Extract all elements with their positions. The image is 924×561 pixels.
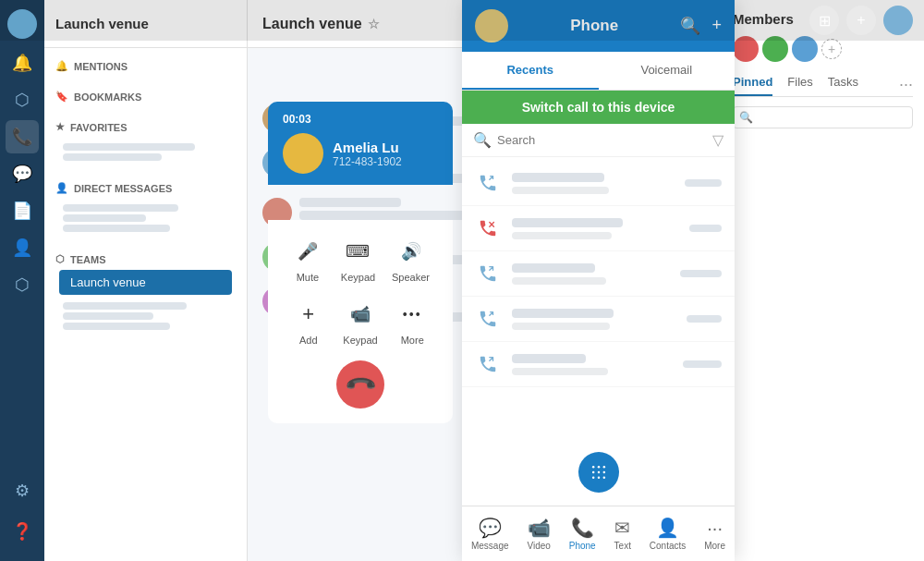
tab-files[interactable]: Files [787, 75, 812, 96]
teams-icon: ⬡ [55, 253, 65, 265]
dialpad-button[interactable] [578, 452, 619, 493]
sidebar-icon-people[interactable]: 👤 [6, 231, 39, 264]
favorites-section: ★ FAVORITES [44, 112, 247, 173]
user-avatar-topbar[interactable] [883, 6, 913, 35]
add-icon[interactable]: + [846, 6, 876, 35]
phone-bottom-nav: 💬 Message 📹 Video 📞 Phone ✉ Text 👤 Conta… [462, 506, 735, 561]
keypad-button-1[interactable]: ⌨ Keypad [341, 235, 375, 283]
nav-message[interactable]: 💬 Message [471, 517, 509, 551]
message-nav-label: Message [471, 541, 509, 551]
contacts-nav-label: Contacts [650, 541, 686, 551]
call-item-info [512, 263, 669, 285]
tab-pinned[interactable]: Pinned [733, 75, 772, 96]
tab-voicemail[interactable]: Voicemail [599, 52, 736, 90]
mentions-header[interactable]: 🔔 MENTIONS [55, 56, 236, 76]
members-panel: Members + Pinned Files Tasks ··· 🔍 [721, 0, 924, 561]
svg-point-3 [597, 466, 600, 469]
sidebar-icon-chat[interactable]: 💬 [6, 157, 39, 190]
sidebar-icon-teams[interactable]: ⬡ [6, 83, 39, 116]
speaker-button[interactable]: 🔊 Speaker [392, 235, 430, 283]
list-item[interactable] [462, 206, 735, 251]
switch-call-banner[interactable]: Switch call to this device [462, 91, 735, 124]
teams-header[interactable]: ⬡ TEAMS [55, 250, 236, 269]
bookmarks-header[interactable]: 🔖 BOOKMARKS [55, 87, 236, 106]
sidebar-icon-files[interactable]: 📄 [6, 194, 39, 227]
svg-point-5 [591, 471, 594, 474]
phone-tabs: Recents Voicemail [462, 52, 735, 91]
video-button[interactable]: 📹 Keypad [343, 298, 377, 346]
phone-nav-label: Phone [569, 541, 596, 551]
video-icon: 📹 [344, 298, 377, 331]
list-item[interactable] [462, 251, 735, 297]
add-icon-call: + [292, 298, 325, 331]
keypad-label-2: Keypad [343, 335, 377, 346]
search-icon-phone: 🔍 [473, 131, 492, 149]
more-options-icon[interactable]: ··· [899, 75, 913, 96]
more-icon: ••• [395, 298, 429, 331]
contacts-nav-icon: 👤 [656, 517, 679, 539]
mentions-section: 🔔 MENTIONS [44, 51, 247, 81]
call-item-info [512, 354, 672, 375]
app-topbar: ⊞ + [0, 0, 924, 41]
mic-icon: 🎤 [291, 235, 324, 268]
nav-phone[interactable]: 📞 Phone [569, 517, 596, 551]
more-button[interactable]: ••• More [395, 298, 429, 346]
end-call-button[interactable]: 📞 [336, 360, 384, 409]
call-name: Amelia Lu [333, 140, 402, 155]
sidebar-icon-calls[interactable]: 📞 [6, 120, 39, 153]
mute-label: Mute [297, 272, 319, 283]
star-icon: ★ [55, 121, 65, 133]
call-item-info [512, 309, 675, 330]
call-overlay: 00:03 Amelia Lu 712-483-1902 [268, 102, 453, 185]
filter-icon[interactable]: ▽ [712, 131, 723, 149]
grid-icon[interactable]: ⊞ [809, 6, 839, 35]
svg-point-4 [602, 466, 605, 469]
mute-button[interactable]: 🎤 Mute [291, 235, 324, 283]
add-call-button[interactable]: + Add [292, 298, 325, 346]
sidebar-icon-settings[interactable]: ⚙ [6, 474, 39, 507]
call-controls-row-1: 🎤 Mute ⌨ Keypad 🔊 Speaker [283, 235, 438, 283]
bell-icon: 🔔 [55, 60, 68, 72]
list-item[interactable] [462, 297, 735, 342]
members-search[interactable]: 🔍 [733, 106, 913, 128]
svg-point-6 [597, 471, 600, 474]
text-nav-icon: ✉ [614, 517, 630, 539]
favorites-header[interactable]: ★ FAVORITES [55, 117, 236, 137]
speaker-label: Speaker [392, 272, 430, 283]
speaker-icon: 🔊 [395, 235, 428, 268]
list-item[interactable] [462, 342, 735, 387]
nav-video[interactable]: 📹 Video [527, 517, 550, 551]
search-icon: 🔍 [739, 111, 753, 124]
call-controls: 🎤 Mute ⌨ Keypad 🔊 Speaker + Add 📹 Keypad… [268, 220, 453, 423]
bookmarks-section: 🔖 BOOKMARKS [44, 81, 247, 112]
sidebar: 🔔 ⬡ 📞 💬 📄 👤 ⬡ ⚙ ❓ [0, 0, 44, 561]
incoming-call-icon-2 [475, 306, 501, 332]
add-label: Add [299, 335, 318, 346]
nav-contacts[interactable]: 👤 Contacts [650, 517, 686, 551]
tab-recents[interactable]: Recents [462, 52, 599, 90]
phone-nav-icon: 📞 [571, 517, 594, 539]
svg-point-8 [591, 477, 594, 480]
launch-venue-item[interactable]: Launch venue [59, 270, 232, 295]
sidebar-icon-apps[interactable]: ⬡ [6, 268, 39, 301]
video-nav-label: Video [527, 541, 550, 551]
list-item[interactable] [462, 161, 735, 206]
outgoing-call-icon [475, 261, 501, 287]
phone-panel: Phone 🔍 + Recents Voicemail Switch call … [462, 0, 735, 561]
search-input[interactable] [497, 133, 707, 147]
message-nav-icon: 💬 [479, 517, 502, 539]
bookmark-icon: 🔖 [55, 91, 68, 103]
sidebar-icon-help[interactable]: ❓ [6, 515, 39, 548]
more-label: More [401, 335, 424, 346]
phone-search-bar[interactable]: 🔍 ▽ [462, 124, 735, 157]
add-member-button[interactable]: + [821, 39, 842, 59]
nav-text[interactable]: ✉ Text [614, 517, 631, 551]
tab-tasks[interactable]: Tasks [828, 75, 858, 96]
nav-more[interactable]: ··· More [704, 518, 725, 551]
call-timer: 00:03 [283, 113, 438, 126]
sidebar-icon-activity[interactable]: 🔔 [6, 46, 39, 79]
msg-content [299, 198, 466, 220]
keypad-label-1: Keypad [341, 272, 375, 283]
dm-header[interactable]: 👤 DIRECT MESSAGES [55, 178, 236, 198]
person-icon: 👤 [55, 182, 68, 194]
